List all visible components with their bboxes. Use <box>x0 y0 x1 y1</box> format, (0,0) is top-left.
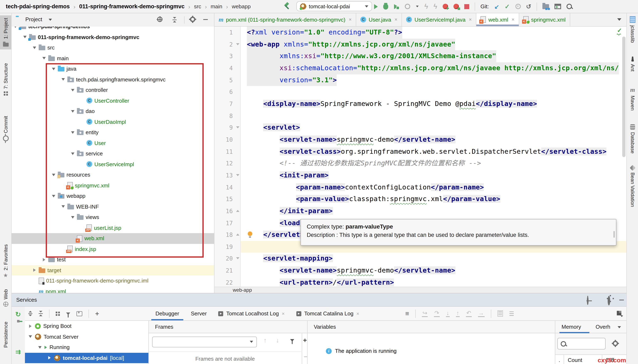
down-arrow-icon[interactable]: ↓ <box>276 336 279 344</box>
collapse-all-icon[interactable] <box>172 17 177 22</box>
close-icon[interactable]: × <box>512 16 514 22</box>
line-number[interactable]: 2 <box>214 38 233 50</box>
stripe-item-commit[interactable]: Commit <box>0 116 11 142</box>
editor-tab[interactable]: CUserServiceImpl.java× <box>402 13 476 26</box>
collapse-all-icon[interactable] <box>39 311 43 316</box>
tree-arrow[interactable] <box>71 110 75 112</box>
tree-row[interactable]: mpom.xml <box>11 286 214 293</box>
tree-row[interactable]: CUserDaoImpl <box>11 116 214 127</box>
stripe-item-web[interactable]: Web <box>0 289 11 307</box>
run-to-cursor-icon[interactable]: → <box>478 310 484 317</box>
services-tab-tomcat-localhost-log[interactable]: ▸Tomcat Localhost Log× <box>212 307 290 320</box>
expand-frame-icon[interactable] <box>76 311 82 316</box>
tree-arrow[interactable] <box>42 57 46 60</box>
tree-row[interactable]: entity <box>11 127 214 138</box>
tree-arrow[interactable] <box>52 195 56 197</box>
close-icon[interactable]: × <box>349 16 352 22</box>
drop-frame-icon[interactable]: ↶ <box>466 310 472 317</box>
step-out-icon[interactable]: ↑ <box>456 310 460 317</box>
search-input[interactable] <box>557 338 606 350</box>
tree-arrow[interactable] <box>52 174 56 176</box>
threads-icon[interactable]: ≡ <box>405 310 409 316</box>
tree-row[interactable]: userList.jsp <box>11 222 214 233</box>
tree-arrow[interactable] <box>71 152 75 155</box>
stripe-item-database[interactable]: Database <box>627 124 638 154</box>
tree-row[interactable]: main <box>11 53 214 64</box>
project-panel-title[interactable]: Project <box>25 16 42 22</box>
stripe-item-persistence[interactable]: Persistence <box>0 322 11 348</box>
close-icon[interactable]: × <box>394 16 397 22</box>
layout-settings-icon[interactable]: ☰ <box>509 310 514 316</box>
frames-dropdown[interactable] <box>152 336 257 348</box>
bolt-icon[interactable]: ϟ <box>424 4 428 9</box>
tree-arrow[interactable] <box>42 258 46 261</box>
tree-row[interactable]: index.jsp <box>11 244 214 254</box>
services-tab-server[interactable]: Server <box>185 307 212 320</box>
tree-row[interactable]: test <box>11 254 214 265</box>
close-icon[interactable]: × <box>356 310 359 316</box>
show-execution-point-icon[interactable]: ↪ <box>422 310 428 317</box>
evaluate-icon[interactable] <box>497 310 503 317</box>
tree-row[interactable]: 011-spring-framework-demo-springmvc.iml <box>11 276 214 286</box>
profiler-icon[interactable] <box>405 4 410 9</box>
run-icon[interactable] <box>374 4 378 9</box>
chevron-down-icon[interactable] <box>617 18 621 21</box>
line-number[interactable]: 4 <box>214 62 233 74</box>
tree-row[interactable]: springmvc.xml <box>11 180 214 191</box>
bolt-debug-icon[interactable]: ϟ <box>434 4 437 9</box>
tree-row[interactable]: CUser <box>11 138 214 148</box>
editor[interactable]: 1<?xml version="1.0" encoding="UTF-8"?>2… <box>214 26 626 287</box>
stripe-item-jclasslib[interactable]: jclasslib <box>627 16 638 43</box>
add-icon[interactable]: + <box>303 336 307 344</box>
tree-row[interactable]: 011-spring-framework-demo-springmvc <box>11 32 214 42</box>
add-icon[interactable]: + <box>95 310 99 316</box>
line-number[interactable]: 22 <box>214 277 233 287</box>
hide-panel-icon[interactable] <box>619 300 624 300</box>
line-number[interactable]: 13 <box>214 170 233 182</box>
line-number[interactable]: 5 <box>214 74 233 86</box>
run-config-select[interactable]: tomcat-local-pdai <box>296 1 372 11</box>
stripe-item-7-structure[interactable]: 7: Structure <box>0 63 11 96</box>
editor-scrollbar[interactable] <box>622 36 626 157</box>
line-number[interactable]: 16 <box>214 205 233 217</box>
breadcrumb-item[interactable]: 011-spring-framework-demo-springmvc <box>79 3 184 10</box>
search-everywhere-icon[interactable] <box>566 4 572 9</box>
restore-layout-icon[interactable] <box>617 311 621 316</box>
line-number[interactable]: 15 <box>214 193 233 205</box>
tab-overhead[interactable]: Overh <box>596 324 610 330</box>
rollback-icon[interactable]: ↺ <box>526 3 531 10</box>
line-number[interactable]: 7 <box>214 98 233 110</box>
locate-icon[interactable] <box>157 16 162 22</box>
expand-all-icon[interactable] <box>28 311 32 316</box>
tree-row[interactable]: tech.pdai.springframework.springmvc <box>11 74 214 85</box>
breadcrumb-item[interactable]: tech-pdai-spring-demos <box>6 3 70 10</box>
line-number[interactable]: 17 <box>214 217 233 229</box>
gear-icon[interactable] <box>608 296 610 306</box>
tree-row[interactable]: web.xml <box>11 233 214 244</box>
tree-arrow[interactable] <box>13 26 18 28</box>
editor-tab[interactable]: mpom.xml (011-spring-framework-demo-spri… <box>214 13 356 26</box>
line-number[interactable]: 12 <box>214 158 233 169</box>
tree-row[interactable]: webapp <box>11 191 214 201</box>
tree-arrow[interactable] <box>48 356 52 360</box>
fold-marker-icon[interactable] <box>236 174 240 176</box>
editor-tab[interactable]: web.xml× <box>476 13 519 26</box>
stripe-item-1-project[interactable]: 1: Project <box>0 15 11 49</box>
tree-row[interactable]: views <box>11 212 214 222</box>
locate-icon[interactable] <box>587 296 588 305</box>
tree-arrow[interactable] <box>23 36 27 38</box>
column-class[interactable]: . <box>558 357 560 363</box>
debug-icon[interactable] <box>383 4 388 9</box>
gear-icon[interactable] <box>613 341 618 346</box>
line-number[interactable]: 19 <box>214 241 233 253</box>
fold-marker-icon[interactable] <box>236 258 240 260</box>
breadcrumb-item[interactable]: src <box>194 3 201 10</box>
close-icon[interactable]: × <box>469 16 472 22</box>
close-icon[interactable]: × <box>282 310 285 316</box>
run-with-coverage-icon[interactable] <box>394 4 400 9</box>
editor-tab[interactable]: CUser.java× <box>356 13 402 26</box>
breadcrumb-item[interactable]: webapp <box>232 3 251 10</box>
fold-marker-icon[interactable] <box>236 126 240 128</box>
tree-arrow[interactable] <box>71 216 75 218</box>
line-number[interactable]: 8 <box>214 110 233 122</box>
